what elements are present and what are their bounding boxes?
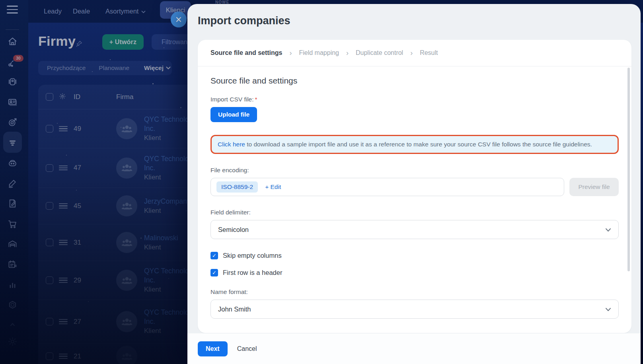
row-checkbox[interactable] bbox=[46, 125, 53, 132]
sample-file-info-text: to download a sample import file and use… bbox=[245, 141, 592, 148]
contact-card-icon[interactable] bbox=[7, 97, 18, 107]
company-avatar bbox=[116, 311, 137, 332]
list-tabs: Przychodzące Planowane Więcej bbox=[38, 61, 172, 75]
home-icon[interactable] bbox=[7, 36, 18, 47]
step-source-file[interactable]: Source file and settings bbox=[210, 49, 282, 56]
csv-file-label: Import CSV file:* bbox=[210, 96, 619, 103]
sample-file-info-box: Click here to download a sample import f… bbox=[210, 135, 619, 154]
field-delimiter-label: Field delimiter: bbox=[210, 209, 619, 216]
encoding-chip[interactable]: ISO-8859-2 bbox=[216, 181, 258, 193]
chevron-right-icon: › bbox=[410, 49, 413, 57]
tab-planowane[interactable]: Planowane bbox=[99, 64, 129, 72]
chevron-right-icon: › bbox=[346, 49, 349, 57]
file-encoding-input[interactable]: ISO-8859-2 + Edit bbox=[210, 178, 564, 196]
field-delimiter-select[interactable]: Semicolon bbox=[210, 220, 619, 239]
bot-icon[interactable] bbox=[7, 158, 18, 168]
sidebar: 30 bbox=[0, 0, 28, 364]
row-id: 49 bbox=[74, 125, 97, 133]
tab-wiecej[interactable]: Więcej bbox=[144, 64, 171, 72]
modal-title: Import companies bbox=[198, 15, 290, 27]
page-title: Firmy bbox=[38, 33, 76, 49]
nav-deale[interactable]: Deale bbox=[73, 0, 90, 23]
next-button[interactable]: Next bbox=[198, 341, 228, 356]
row-id: 29 bbox=[74, 276, 97, 284]
section-title: Source file and settings bbox=[210, 76, 619, 86]
chevron-down-icon bbox=[141, 0, 146, 23]
gear-icon[interactable] bbox=[7, 336, 18, 347]
row-checkbox[interactable] bbox=[46, 202, 53, 210]
checkbox-label: First row is a header bbox=[223, 269, 282, 276]
skip-empty-columns-checkbox[interactable]: ✓ Skip empty columns bbox=[210, 252, 619, 259]
table-settings-gear-icon[interactable] bbox=[59, 93, 68, 101]
chevron-up-icon[interactable] bbox=[7, 319, 18, 330]
hamburger-menu-icon[interactable] bbox=[7, 6, 18, 14]
create-button[interactable]: + Utwórz bbox=[102, 34, 144, 50]
preview-file-button[interactable]: Preview file bbox=[569, 178, 619, 196]
select-all-checkbox[interactable] bbox=[46, 93, 53, 101]
drag-handle[interactable] bbox=[59, 239, 68, 246]
sample-file-download-link[interactable]: Click here bbox=[218, 141, 245, 148]
column-header-firma[interactable]: Firma bbox=[116, 93, 133, 101]
checkbox-checked-icon[interactable]: ✓ bbox=[210, 252, 218, 259]
checkbox-checked-icon[interactable]: ✓ bbox=[210, 269, 218, 276]
step-result[interactable]: Result bbox=[420, 49, 438, 56]
row-checkbox[interactable] bbox=[46, 352, 53, 360]
chevron-right-icon: › bbox=[289, 49, 292, 57]
first-row-header-checkbox[interactable]: ✓ First row is a header bbox=[210, 269, 619, 276]
column-header-id[interactable]: ID bbox=[74, 93, 97, 101]
checkbox-label: Skip empty columns bbox=[223, 252, 282, 259]
chevron-down-icon bbox=[605, 306, 611, 313]
cart-icon[interactable] bbox=[7, 218, 18, 229]
document-edit-icon[interactable] bbox=[7, 198, 18, 209]
wizard-card: Source file and settings › Field mapping… bbox=[198, 40, 631, 333]
crm-app: Leady Deale Asortyment Klienci NOWE 30 bbox=[0, 0, 643, 364]
warehouse-icon[interactable] bbox=[7, 239, 18, 249]
drag-handle[interactable] bbox=[59, 276, 68, 284]
pen-signature-icon[interactable] bbox=[7, 178, 18, 189]
row-checkbox[interactable] bbox=[46, 318, 53, 325]
step-field-mapping[interactable]: Field mapping bbox=[299, 49, 339, 56]
row-id: 21 bbox=[74, 352, 97, 360]
row-id: 47 bbox=[74, 164, 97, 172]
filter-icon[interactable] bbox=[7, 137, 18, 148]
modal-footer: Next Cancel bbox=[187, 333, 641, 364]
step-duplicate-control[interactable]: Duplicate control bbox=[356, 49, 403, 56]
wizard-body: Source file and settings Import CSV file… bbox=[198, 66, 631, 319]
chevron-down-icon bbox=[166, 66, 171, 70]
bar-chart-icon[interactable] bbox=[7, 279, 18, 290]
device-icon[interactable] bbox=[7, 76, 18, 87]
name-format-select[interactable]: John Smith bbox=[210, 300, 619, 319]
file-encoding-label: File encoding: bbox=[210, 167, 619, 174]
wizard-steps: Source file and settings › Field mapping… bbox=[198, 40, 631, 66]
schedule-icon[interactable] bbox=[7, 259, 18, 270]
upload-file-button[interactable]: Upload file bbox=[210, 107, 257, 122]
pin-icon[interactable] bbox=[75, 39, 84, 48]
name-format-value: John Smith bbox=[218, 306, 251, 313]
encoding-edit-link[interactable]: + Edit bbox=[265, 183, 281, 191]
company-avatar bbox=[116, 158, 137, 179]
nav-leady[interactable]: Leady bbox=[44, 0, 62, 23]
drag-handle[interactable] bbox=[59, 202, 68, 210]
cancel-button[interactable]: Cancel bbox=[237, 345, 257, 352]
row-checkbox[interactable] bbox=[46, 276, 53, 284]
notification-count-badge: 30 bbox=[13, 55, 23, 62]
company-avatar bbox=[116, 346, 137, 364]
company-avatar bbox=[116, 118, 137, 139]
row-checkbox[interactable] bbox=[46, 239, 53, 246]
drag-handle[interactable] bbox=[59, 125, 68, 132]
sidebar-divider bbox=[6, 29, 19, 30]
row-id: 27 bbox=[74, 318, 97, 326]
tab-przychodzace[interactable]: Przychodzące bbox=[47, 64, 86, 72]
required-asterisk: * bbox=[255, 96, 257, 103]
row-checkbox[interactable] bbox=[46, 164, 53, 172]
card-scrollbar[interactable] bbox=[627, 68, 630, 271]
target-icon[interactable] bbox=[7, 117, 18, 128]
nav-asortyment[interactable]: Asortyment bbox=[105, 0, 146, 23]
row-id: 31 bbox=[74, 239, 97, 247]
drag-handle[interactable] bbox=[59, 352, 68, 360]
hexagon-icon[interactable] bbox=[7, 300, 18, 310]
modal-close-button[interactable] bbox=[171, 12, 187, 27]
company-avatar bbox=[116, 270, 137, 291]
drag-handle[interactable] bbox=[59, 318, 68, 325]
drag-handle[interactable] bbox=[59, 164, 68, 171]
